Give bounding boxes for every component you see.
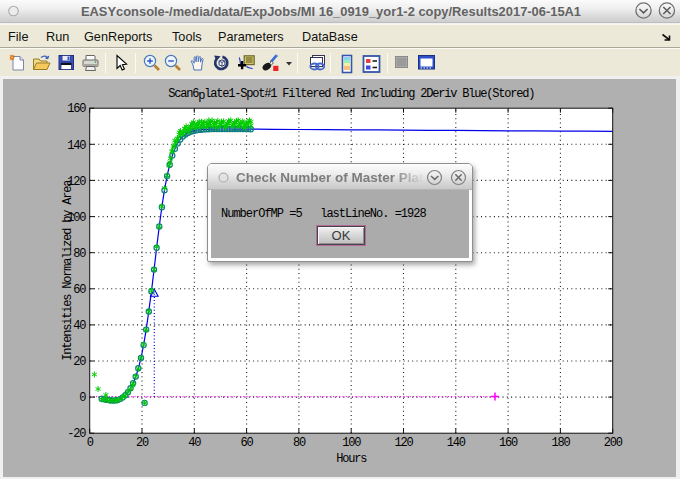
svg-text:Hours: Hours	[336, 452, 367, 466]
svg-text:0: 0	[87, 436, 94, 450]
svg-text:120: 120	[394, 436, 413, 450]
svg-text:100: 100	[342, 436, 361, 450]
svg-text:Intensities Normalized by Area: Intensities Normalized by Area	[62, 180, 76, 361]
svg-text:160: 160	[499, 436, 518, 450]
svg-text:Scan6plate1-Spot#1 Filtered Re: Scan6plate1-Spot#1 Filtered Red Includin…	[168, 87, 534, 103]
svg-text:-20: -20	[67, 427, 86, 441]
svg-text:0: 0	[79, 391, 86, 405]
svg-text:160: 160	[67, 102, 86, 116]
svg-text:200: 200	[604, 436, 623, 450]
svg-text:20: 20	[136, 436, 149, 450]
svg-text:40: 40	[188, 436, 201, 450]
svg-text:60: 60	[241, 436, 254, 450]
svg-text:140: 140	[67, 139, 86, 153]
svg-text:140: 140	[447, 436, 466, 450]
svg-text:180: 180	[551, 436, 570, 450]
svg-text:80: 80	[293, 436, 306, 450]
